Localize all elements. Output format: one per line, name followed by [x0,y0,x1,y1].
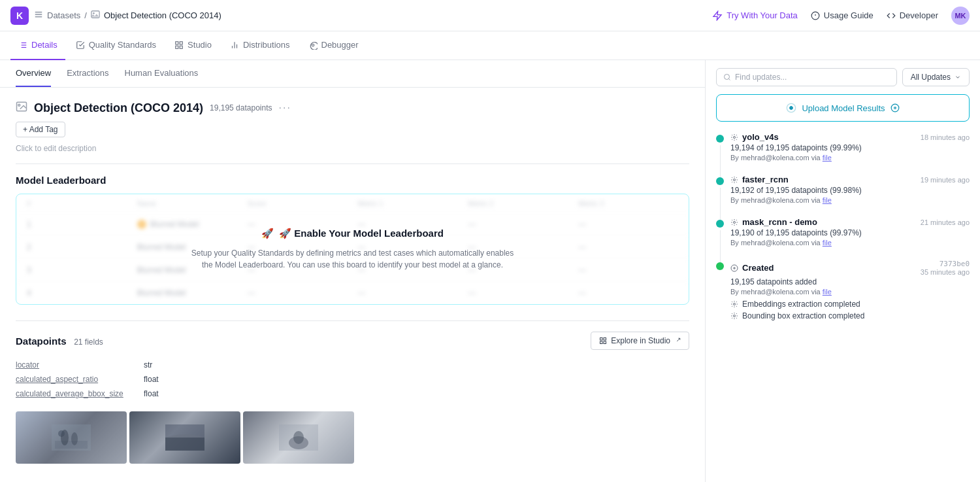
svg-point-19 [18,104,20,106]
app-logo[interactable]: K [10,7,29,25]
divider-2 [16,320,689,321]
update-link-mask-rcnn[interactable]: file [823,239,832,247]
svg-point-17 [312,44,314,46]
subtab-human-evaluations[interactable]: Human Evaluations [125,60,199,87]
svg-rect-10 [176,41,178,44]
add-tag-button[interactable]: + Add Tag [16,122,65,137]
tab-debugger[interactable]: Debugger [301,31,367,60]
update-dot-created [716,262,724,270]
update-header-created: Created 7373be0 35 minutes ago [730,260,970,276]
update-time-created: 35 minutes ago [921,268,970,276]
dataset-title: Object Detection (COCO 2014) [34,101,203,115]
update-item-created: Created 7373be0 35 minutes ago 19,195 da… [716,260,970,320]
tab-distributions[interactable]: Distributions [222,31,298,60]
update-content-mask-rcnn: mask_rcnn - demo 21 minutes ago 19,190 o… [730,217,970,247]
svg-marker-2 [713,11,721,20]
leaderboard-section-title: Model Leaderboard [16,175,689,186]
update-stats-yolo: 19,194 of 19,195 datapoints (99.99%) [730,143,970,152]
tab-quality-standards[interactable]: Quality Standards [68,31,164,60]
field-name-bbox-size[interactable]: calculated_average_bbox_size [16,389,133,398]
sub-tabs: Overview Extractions Human Evaluations [0,60,705,88]
developer-button[interactable]: Developer [887,10,938,20]
left-panel: Overview Extractions Human Evaluations O… [0,60,706,482]
update-header-mask-rcnn: mask_rcnn - demo 21 minutes ago [730,217,970,227]
extra-row-bbox: Bounding box extraction completed [730,311,970,320]
updates-list: yolo_v4s 18 minutes ago 19,194 of 19,195… [716,132,970,320]
svg-line-36 [728,78,730,80]
subtab-extractions[interactable]: Extractions [67,60,108,87]
update-link-yolo[interactable]: file [823,154,832,162]
datapoints-badge: 19,195 datapoints [210,103,272,112]
tab-details[interactable]: Details [10,31,65,60]
nav-left: K Datasets / Object Detection (COCO 2014… [10,7,221,25]
extra-row-embeddings: Embeddings extraction completed [730,300,970,309]
user-avatar[interactable]: MK [951,7,970,25]
svg-point-35 [725,75,730,80]
breadcrumb: Datasets / Object Detection (COCO 2014) [34,10,221,21]
svg-rect-0 [91,11,99,18]
rocket-icon: 🚀 [261,228,274,239]
datapoints-section-title: Datapoints [16,336,67,347]
svg-rect-11 [180,41,182,44]
field-name-aspect-ratio[interactable]: calculated_aspect_ratio [16,375,133,384]
dataset-icon [34,10,43,21]
fields-table: locator str calculated_aspect_ratio floa… [16,358,689,401]
leaderboard-overlay: 🚀 🚀 Enable Your Model Leaderboard Setup … [16,194,689,304]
enable-leaderboard-desc: Setup your Quality Standards by defining… [189,247,516,271]
svg-point-29 [71,432,78,445]
update-dot-yolo [716,135,724,143]
explore-studio-button[interactable]: Explore in Studio [591,332,689,350]
commit-hash: 7373be0 [921,260,970,268]
svg-rect-22 [604,341,606,344]
update-name-created: Created [730,263,774,273]
svg-point-45 [734,221,736,223]
svg-rect-21 [604,338,606,341]
image-thumbnail-3[interactable] [243,411,354,464]
more-options-button[interactable]: ··· [278,102,291,114]
svg-point-50 [734,315,736,317]
fields-count-badge: 21 fields [74,337,103,347]
breadcrumb-current: Object Detection (COCO 2014) [104,10,221,20]
upload-model-results-button[interactable]: Upload Model Results [716,94,970,122]
update-link-faster-rcnn[interactable]: file [823,196,832,204]
all-updates-filter[interactable]: All Updates [902,68,970,86]
update-header-yolo: yolo_v4s 18 minutes ago [730,132,970,142]
updates-header: Find updates... All Updates [716,68,970,86]
enable-leaderboard-title: 🚀 🚀 Enable Your Model Leaderboard [261,228,444,239]
update-by-faster-rcnn: By mehrad@kolena.com via file [730,196,970,204]
svg-point-49 [734,303,736,305]
svg-rect-12 [180,46,182,48]
update-by-yolo: By mehrad@kolena.com via file [730,154,970,162]
right-panel: Find updates... All Updates Upload Model… [706,60,980,482]
image-thumbnail-2[interactable] [129,411,240,464]
update-name-faster-rcnn: faster_rcnn [730,175,789,184]
update-content-faster-rcnn: faster_rcnn 19 minutes ago 19,192 of 19,… [730,175,970,204]
update-dot-mask-rcnn [716,220,724,228]
svg-rect-31 [165,438,204,451]
image-thumbnail-1[interactable] [16,411,127,464]
datapoints-title-group: Datapoints 21 fields [16,336,103,347]
svg-rect-27 [55,441,88,449]
try-with-data-button[interactable]: Try With Your Data [712,10,798,21]
update-name-yolo: yolo_v4s [730,132,779,142]
update-stats-created: 19,195 datapoints added [730,277,970,286]
search-placeholder: Find updates... [735,73,787,82]
subtab-overview[interactable]: Overview [16,60,51,87]
update-link-created[interactable]: file [823,288,832,296]
svg-line-24 [677,338,680,341]
field-name-locator[interactable]: locator [16,360,133,370]
dataset-image-icon [16,101,27,115]
list-item: calculated_aspect_ratio float [16,372,689,387]
top-nav: K Datasets / Object Detection (COCO 2014… [0,0,980,31]
find-updates-search[interactable]: Find updates... [716,68,897,86]
breadcrumb-parent[interactable]: Datasets [47,10,80,20]
usage-guide-button[interactable]: Usage Guide [811,10,874,20]
edit-description-prompt[interactable]: Click to edit description [16,144,689,153]
main-layout: Overview Extractions Human Evaluations O… [0,60,980,482]
update-content-yolo: yolo_v4s 18 minutes ago 19,194 of 19,195… [730,132,970,162]
tab-studio[interactable]: Studio [167,31,220,60]
main-content: Object Detection (COCO 2014) 19,195 data… [0,88,705,477]
field-type-locator: str [144,360,152,370]
nav-right: Try With Your Data Usage Guide Developer… [712,7,970,25]
svg-point-43 [734,136,736,138]
